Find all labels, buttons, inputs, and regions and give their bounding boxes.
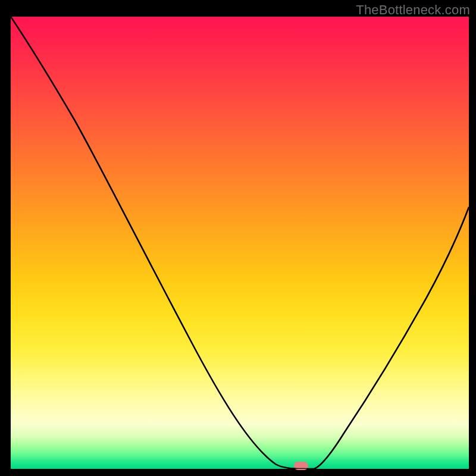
watermark-text: TheBottleneck.com: [356, 2, 470, 18]
plot-area: [11, 17, 469, 469]
bottleneck-curve: [11, 17, 469, 469]
curve-path: [11, 17, 469, 469]
chart-frame: TheBottleneck.com: [0, 0, 476, 476]
optimal-marker: [294, 462, 308, 470]
